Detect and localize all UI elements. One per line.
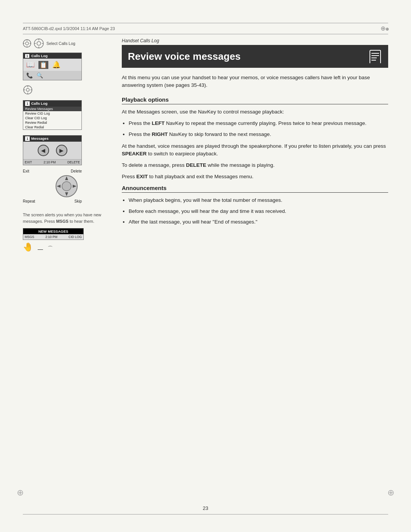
repeat-skip-labels: Repeat Skip xyxy=(23,199,82,203)
menu-header: 1 Calls Log xyxy=(23,101,81,107)
nav-key-icon xyxy=(23,39,31,48)
hand-icon-1: 🤚 xyxy=(23,242,33,252)
msgs-time-label: 2:10 PM xyxy=(45,235,57,239)
announcement-bullet-2: Before each message, you will hear the d… xyxy=(129,208,388,216)
nav-right-btn: ▶ xyxy=(56,145,67,156)
announcement-bullet-3: After the last message, you will hear "E… xyxy=(129,218,388,226)
reg-mark-left: ⊕ xyxy=(17,488,24,498)
new-messages-status-bar: MSGS 2:10 PM CID LOG xyxy=(23,234,83,240)
4way-nav-icon xyxy=(55,175,78,198)
svg-point-19 xyxy=(62,182,71,191)
select-calls-log-row: Select Calls Log xyxy=(23,38,110,49)
menu-number: 1 xyxy=(25,101,30,106)
calls-log-icons-row: 📖 📋 🔔 xyxy=(23,59,81,71)
playback-intro: At the Messages screen, use the NavKey t… xyxy=(122,108,388,116)
phone-icon: 📞 xyxy=(26,72,33,78)
alert-text: The screen alerts you when you have new … xyxy=(23,212,110,224)
messages-nav-buttons: ◀ ▶ xyxy=(23,142,81,159)
repeat-label: Repeat xyxy=(23,199,35,203)
left-bold: LEFT xyxy=(152,120,165,126)
search-icon: 🔍 xyxy=(37,72,43,78)
doc-icon2: 🔔 xyxy=(52,61,61,69)
new-messages-screen: NEW MESSAGES MSGS 2:10 PM CID LOG xyxy=(23,228,84,240)
select-calls-log-label: Select Calls Log xyxy=(46,41,75,46)
delete-label: DELETE xyxy=(67,160,80,164)
review-messages-icon xyxy=(368,50,382,63)
announcement-bullet-1: When playback begins, you will hear the … xyxy=(129,197,388,204)
playback-bullets: Press the LEFT NavKey to repeat the mess… xyxy=(129,120,388,139)
menu-item-review-cid: Review CID Log xyxy=(23,111,81,116)
page: ATT-5860CIB-d2.qxd 1/3/2004 11:14 AM Pag… xyxy=(0,0,411,532)
msgs-bold: MSGS xyxy=(56,219,68,224)
announcements-bullets: When playback begins, you will hear the … xyxy=(129,197,388,227)
messages-nav-screen: 1 Messages ◀ ▶ EXIT 2:10 PM DELETE xyxy=(23,135,82,165)
nav-ring-2-row xyxy=(23,85,110,95)
delete-nav-label: Delete xyxy=(71,169,82,173)
handset-calls-log-label: Handset Calls Log xyxy=(122,38,388,43)
bottom-bar xyxy=(23,514,388,514)
nav-ring-icon xyxy=(33,38,44,49)
menu-item-clear-redial: Clear Redial xyxy=(23,125,81,129)
intro-paragraph: At this menu you can use your handset to… xyxy=(122,74,388,89)
calls-log-screen: 1 Calls Log 📖 📋 🔔 📞 🔍 xyxy=(23,53,82,80)
msgs-status-label: MSGS xyxy=(25,235,34,239)
svg-point-13 xyxy=(26,88,29,91)
exit-para: Press EXIT to halt playback and exit the… xyxy=(122,173,388,181)
playback-options-heading: Playback options xyxy=(122,96,388,104)
messages-header: 1 Messages xyxy=(23,136,81,142)
time-label: 2:10 PM xyxy=(44,160,56,164)
messages-title: Messages xyxy=(31,136,48,141)
page-title: Review voice messages xyxy=(128,51,241,62)
alert-section: The screen alerts you when you have new … xyxy=(23,212,110,252)
calls-log-title: Calls Log xyxy=(31,54,48,58)
exit-delete-labels: Exit Delete xyxy=(23,169,82,173)
exit-bold: EXIT xyxy=(136,174,148,179)
nav-left-btn: ◀ xyxy=(38,145,49,156)
delete-para: To delete a message, press DELETE while … xyxy=(122,161,388,169)
cid-log-label: CID LOG xyxy=(68,235,82,239)
right-bold: RIGHT xyxy=(152,131,168,137)
menu-item-review-messages: Review Messages xyxy=(23,107,81,111)
menu-screen: 1 Calls Log Review Messages Review CID L… xyxy=(23,100,82,130)
hand-icons-row: 🤚 — ⌒ xyxy=(23,242,110,252)
left-column: Select Calls Log 1 Calls Log 📖 📋 🔔 📞 🔍 xyxy=(23,38,110,252)
exit-label: EXIT xyxy=(25,160,32,164)
svg-rect-24 xyxy=(370,50,381,63)
svg-point-7 xyxy=(37,42,41,45)
nav-hands-container: Exit Delete Repeat Skip xyxy=(23,169,110,203)
bullet-right-navkey: Press the RIGHT NavKey to skip forward t… xyxy=(129,131,388,139)
registration-mark-header: ⊕ xyxy=(381,25,388,32)
right-column: Handset Calls Log Review voice messages … xyxy=(122,38,388,230)
speaker-para: At the handset, voice messages are playe… xyxy=(122,142,388,158)
messages-number: 1 xyxy=(25,136,30,141)
calls-log-header: 1 Calls Log xyxy=(23,53,81,59)
skip-label: Skip xyxy=(75,199,82,203)
bullet-left-navkey: Press the LEFT NavKey to repeat the mess… xyxy=(129,120,388,128)
curve-icon: ⌒ xyxy=(48,245,53,252)
reg-mark-right: ⊕ xyxy=(387,488,394,498)
menu-title: Calls Log xyxy=(31,101,48,106)
svg-point-1 xyxy=(25,42,29,45)
menu-item-clear-cid: Clear CID Log xyxy=(23,116,81,120)
nav-ring-center xyxy=(23,175,110,198)
messages-status-bar: EXIT 2:10 PM DELETE xyxy=(23,159,81,165)
book-icon: 📖 xyxy=(26,61,35,69)
page-title-box: Review voice messages xyxy=(122,45,388,68)
page-number: 23 xyxy=(203,505,208,511)
announcements-heading: Announcements xyxy=(122,185,388,193)
menu-item-review-redial: Review Redial xyxy=(23,120,81,125)
calls-log-bottom: 📞 🔍 xyxy=(23,71,81,80)
header-text: ATT-5860CIB-d2.qxd 1/3/2004 11:14 AM Pag… xyxy=(23,26,115,31)
nav-ring-icon-2 xyxy=(23,85,33,95)
exit-nav-label: Exit xyxy=(23,169,29,173)
delete-bold: DELETE xyxy=(186,162,206,168)
speaker-bold: SPEAKER xyxy=(122,151,147,157)
new-messages-title: NEW MESSAGES xyxy=(23,228,83,234)
header-bar: ATT-5860CIB-d2.qxd 1/3/2004 11:14 AM Pag… xyxy=(23,23,388,34)
minus-icon: — xyxy=(38,246,43,252)
selected-doc-icon: 📋 xyxy=(38,61,48,69)
